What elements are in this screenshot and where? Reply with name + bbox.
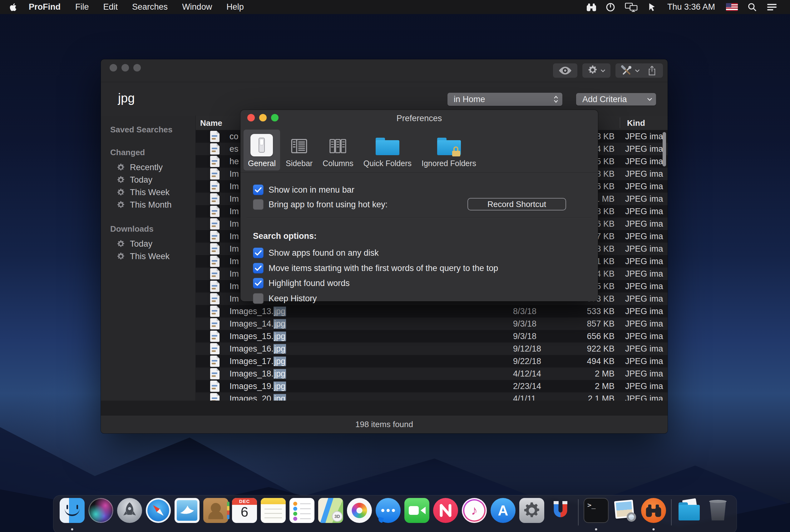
file-kind: JPEG ima [615, 169, 667, 179]
sidebar-item-this-month[interactable]: This Month [101, 198, 195, 211]
quick-look-button[interactable] [553, 63, 577, 78]
file-doc-icon [210, 231, 220, 242]
dock-icon-finder[interactable] [58, 498, 87, 532]
checkbox[interactable] [253, 248, 264, 258]
dock-icon-siri[interactable] [87, 498, 115, 532]
notification-center-icon[interactable] [762, 0, 782, 14]
menu-item-file[interactable]: File [68, 0, 96, 14]
file-kind: JPEG ima [615, 256, 667, 266]
preferences-dialog: Preferences GeneralSidebarColumnsQuick F… [241, 110, 598, 301]
file-kind: JPEG ima [615, 182, 667, 191]
sidebar: Saved Searches ChangedRecentlyTodayThis … [101, 115, 196, 401]
sidebar-item-this-week[interactable]: This Week [101, 250, 195, 263]
dialog-title: Preferences [241, 114, 598, 123]
file-date-modified: 9/22/18 [513, 357, 565, 366]
dock-icon-downloads[interactable] [675, 498, 703, 532]
add-criteria-dropdown[interactable]: Add Criteria [576, 93, 656, 106]
menu-item-searches[interactable]: Searches [125, 0, 175, 14]
file-row[interactable]: Images_18.jpg 4/12/14 2 MB JPEG ima [196, 367, 667, 380]
input-language-flag-icon[interactable] [721, 0, 742, 14]
record-shortcut-button[interactable]: Record Shortcut [467, 198, 566, 210]
power-circle-menu-icon[interactable] [601, 0, 620, 14]
file-kind: JPEG ima [615, 232, 667, 241]
window-titlebar[interactable] [101, 59, 667, 82]
vertical-scrollbar-thumb[interactable] [663, 132, 666, 166]
file-row[interactable]: Images_17.jpg 9/22/18 494 KB JPEG ima [196, 355, 667, 367]
sidebar-item-today[interactable]: Today [101, 238, 195, 250]
sidebar-item-recently[interactable]: Recently [101, 161, 195, 174]
dock-icon-itunes[interactable]: ♪ [460, 498, 489, 532]
file-row[interactable]: Images_19.jpg 2/23/14 2 MB JPEG ima [196, 380, 667, 393]
tab-sidebar[interactable]: Sidebar [281, 130, 317, 170]
menu-item-help[interactable]: Help [219, 0, 251, 14]
dock-icon-mail[interactable] [173, 498, 202, 532]
checkbox[interactable] [253, 293, 264, 304]
share-button[interactable] [641, 63, 663, 78]
binoculars-menu-icon[interactable] [582, 0, 601, 14]
file-row[interactable]: Images_20.jpg 4/1/11 2.1 MB JPEG ima [196, 393, 667, 401]
menu-item-edit[interactable]: Edit [96, 0, 125, 14]
menu-item-window[interactable]: Window [175, 0, 219, 14]
tab-label: Sidebar [286, 159, 313, 168]
column-header-kind[interactable]: Kind [627, 118, 645, 128]
scope-dropdown[interactable]: in Home [448, 93, 562, 106]
spotlight-search-icon[interactable] [742, 0, 762, 14]
tab-columns[interactable]: Columns [318, 130, 358, 170]
checkbox[interactable] [253, 278, 264, 288]
dock-icon-maps[interactable]: 3D [316, 498, 345, 532]
dock-icon-notes[interactable] [259, 498, 287, 532]
dock-icon-trash[interactable] [703, 498, 732, 532]
dock-icon-reminders[interactable] [287, 498, 316, 532]
search-query-text[interactable]: jpg [118, 91, 135, 105]
sidebar-item-label: This Week [130, 188, 170, 197]
checkbox[interactable] [253, 199, 264, 210]
file-row[interactable]: Images_13.jpg 8/3/18 533 KB JPEG ima [196, 305, 667, 318]
file-kind: JPEG ima [615, 269, 667, 279]
dock-icon-contacts[interactable] [202, 498, 230, 532]
sidebar-item-this-week[interactable]: This Week [101, 186, 195, 198]
dock-icon-launchpad[interactable] [115, 498, 144, 532]
file-row[interactable]: Images_16.jpg 9/12/18 922 KB JPEG ima [196, 342, 667, 355]
checkbox-label: Keep History [268, 294, 317, 303]
checkbox[interactable] [253, 263, 264, 273]
dock-icon-news[interactable] [431, 498, 460, 532]
menu-bar-clock[interactable]: Thu 3:36 AM [661, 2, 721, 12]
checkbox-label: Show icon in menu bar [268, 185, 354, 195]
menu-bar-right: Thu 3:36 AM [582, 0, 790, 14]
checkbox-row: Move items starting with the first words… [253, 263, 498, 273]
cursor-menu-icon[interactable] [643, 0, 661, 14]
dock-icon-calendar[interactable]: DEC6 [230, 498, 259, 532]
dock-icon-appstore[interactable]: A [489, 498, 518, 532]
dock-icon-sysprefs[interactable] [518, 498, 546, 532]
dock-icon-profind[interactable] [639, 498, 668, 532]
running-indicator-dot [595, 528, 597, 530]
column-header-name[interactable]: Name [200, 118, 222, 128]
tools-button[interactable] [616, 63, 645, 78]
file-row[interactable]: Images_15.jpg 9/3/18 656 KB JPEG ima [196, 330, 667, 342]
highlighted-match: jpg [274, 369, 286, 379]
dock-icon-facetime[interactable] [402, 498, 431, 532]
dock-icon-magnet[interactable] [546, 498, 575, 532]
apple-menu-icon[interactable] [10, 3, 17, 12]
actions-button[interactable] [582, 63, 610, 78]
tab-quickfolders[interactable]: Quick Folders [359, 130, 416, 170]
minimize-button[interactable] [121, 64, 129, 72]
displays-menu-icon[interactable] [620, 0, 643, 14]
sidebar-item-today[interactable]: Today [101, 174, 195, 186]
dock-icon-messages[interactable] [374, 498, 402, 532]
close-button[interactable] [110, 64, 117, 72]
gear-icon [116, 163, 125, 172]
sidebar-group-header: Changed [101, 148, 195, 157]
file-size: 2 MB [565, 381, 615, 391]
checkbox[interactable] [253, 185, 264, 195]
dock-icon-preview[interactable] [610, 498, 639, 532]
dock-icon-safari[interactable] [144, 498, 173, 532]
dock-icon-terminal[interactable]: >_ [582, 498, 610, 532]
zoom-button[interactable] [133, 64, 141, 72]
active-app-name[interactable]: ProFind [21, 2, 68, 12]
tab-ignoredfolders[interactable]: Ignored Folders [417, 130, 481, 170]
file-row[interactable]: Images_14.jpg 9/3/18 857 KB JPEG ima [196, 318, 667, 330]
dock-icon-photos[interactable] [345, 498, 374, 532]
checkbox-label: Bring app to front using hot key: [268, 200, 388, 209]
tab-general[interactable]: General [244, 130, 280, 170]
